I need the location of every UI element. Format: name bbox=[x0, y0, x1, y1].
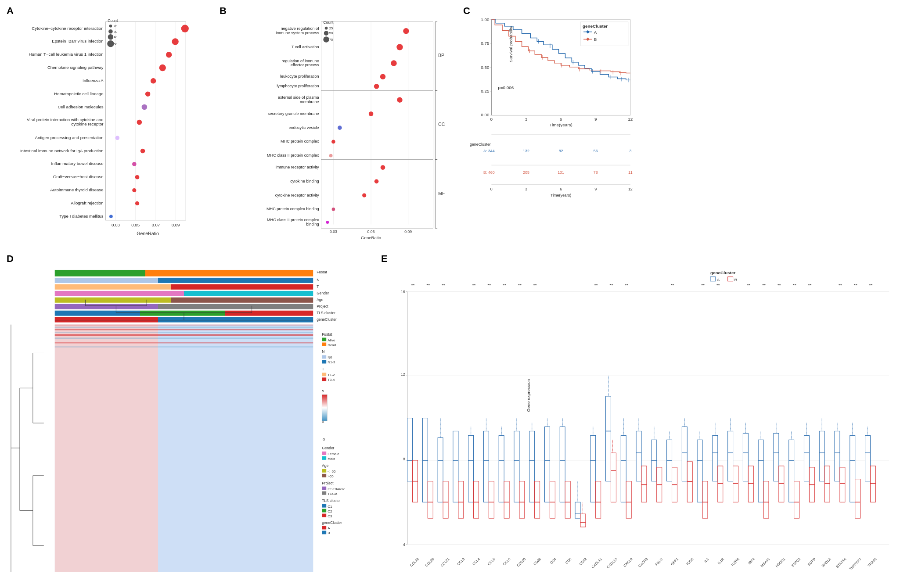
svg-text:Fustat: Fustat bbox=[322, 332, 332, 337]
svg-rect-366 bbox=[590, 435, 596, 502]
svg-rect-250 bbox=[322, 526, 326, 530]
svg-rect-195 bbox=[55, 332, 313, 333]
svg-text:Count: Count bbox=[323, 20, 334, 25]
svg-point-46 bbox=[108, 34, 114, 40]
svg-point-21 bbox=[145, 91, 151, 97]
svg-text:MHC class II protein complex: MHC class II protein complex bbox=[267, 153, 319, 158]
svg-text:6: 6 bbox=[560, 187, 562, 191]
svg-text:MHC protein complex: MHC protein complex bbox=[281, 139, 319, 143]
svg-rect-216 bbox=[322, 360, 326, 363]
svg-rect-390 bbox=[636, 431, 641, 481]
svg-rect-492 bbox=[840, 467, 845, 502]
svg-text:Hematopoietic cell lineage: Hematopoietic cell lineage bbox=[54, 91, 103, 96]
svg-text:**: ** bbox=[594, 283, 598, 287]
svg-text:Male: Male bbox=[328, 457, 335, 461]
svg-text:A: A bbox=[328, 526, 330, 530]
svg-rect-377 bbox=[611, 453, 616, 502]
svg-text:TCGA: TCGA bbox=[328, 492, 338, 496]
svg-text:CD5: CD5 bbox=[565, 557, 572, 565]
svg-text:Alive: Alive bbox=[328, 338, 335, 342]
svg-rect-243 bbox=[322, 504, 326, 508]
svg-rect-238 bbox=[322, 487, 326, 490]
svg-text:C1: C1 bbox=[328, 505, 332, 509]
svg-text:**: ** bbox=[472, 283, 476, 287]
svg-text:geneCluster: geneCluster bbox=[470, 142, 491, 147]
svg-rect-355 bbox=[565, 481, 570, 518]
svg-point-38 bbox=[135, 201, 139, 205]
svg-point-19 bbox=[151, 78, 156, 84]
svg-point-36 bbox=[132, 188, 136, 192]
svg-text:Autoimmune thyroid disease: Autoimmune thyroid disease bbox=[50, 187, 103, 192]
svg-text:Dead: Dead bbox=[328, 343, 336, 347]
svg-point-11 bbox=[181, 25, 189, 32]
svg-text:CCL4: CCL4 bbox=[472, 557, 481, 566]
svg-rect-332 bbox=[519, 481, 525, 518]
svg-rect-362 bbox=[580, 514, 586, 527]
svg-rect-224 bbox=[322, 394, 327, 421]
panel-e-label: E bbox=[381, 253, 388, 265]
svg-text:TRAF6: TRAF6 bbox=[867, 557, 878, 568]
svg-rect-197 bbox=[55, 338, 313, 339]
svg-point-88 bbox=[331, 140, 335, 144]
svg-text:CD4: CD4 bbox=[549, 557, 557, 565]
panel-c: C .ax { font-size: 10px; fill: #333; } .… bbox=[461, 4, 667, 250]
svg-text:endocytic vesicle: endocytic vesicle bbox=[289, 125, 319, 130]
svg-rect-230 bbox=[322, 456, 326, 460]
svg-text:Cell adhesion molecules: Cell adhesion molecules bbox=[58, 104, 103, 109]
svg-text:effector process: effector process bbox=[291, 63, 319, 67]
svg-text:GBF1: GBF1 bbox=[670, 557, 679, 566]
svg-text:9: 9 bbox=[594, 187, 597, 191]
svg-text:CCL5: CCL5 bbox=[487, 557, 496, 566]
svg-point-40 bbox=[109, 215, 113, 218]
svg-point-96 bbox=[362, 193, 366, 197]
svg-rect-240 bbox=[322, 491, 326, 495]
svg-point-44 bbox=[108, 29, 113, 34]
svg-text:IRF4: IRF4 bbox=[747, 557, 756, 565]
svg-text:Human T−cell leukemia virus 1 : Human T−cell leukemia virus 1 infection bbox=[29, 52, 104, 57]
svg-rect-442 bbox=[743, 433, 748, 481]
svg-point-98 bbox=[332, 208, 335, 211]
svg-text:Count: Count bbox=[108, 18, 118, 23]
svg-text:cytokine receptor activity: cytokine receptor activity bbox=[275, 193, 319, 197]
svg-text:secretory granule membrane: secretory granule membrane bbox=[268, 111, 319, 116]
svg-text:<=65: <=65 bbox=[328, 470, 336, 473]
svg-rect-469 bbox=[794, 481, 799, 518]
svg-text:GeneRatio: GeneRatio bbox=[137, 231, 159, 236]
svg-text:Influenza A: Influenza A bbox=[83, 78, 104, 83]
svg-text:A: A bbox=[717, 277, 720, 282]
svg-text:geneCluster: geneCluster bbox=[583, 24, 608, 29]
svg-text:50: 50 bbox=[114, 42, 118, 46]
svg-text:lymphocyte proliferation: lymphocyte proliferation bbox=[277, 84, 319, 88]
svg-text:1.00: 1.00 bbox=[481, 17, 490, 22]
svg-text:**: ** bbox=[808, 283, 811, 287]
svg-text:8: 8 bbox=[403, 457, 405, 461]
svg-text:30: 30 bbox=[114, 30, 118, 34]
svg-point-30 bbox=[140, 149, 145, 154]
svg-text:Female: Female bbox=[328, 452, 339, 456]
svg-rect-191 bbox=[158, 325, 313, 572]
svg-text:0.07: 0.07 bbox=[152, 222, 160, 227]
svg-text:131: 131 bbox=[558, 170, 564, 175]
svg-text:82: 82 bbox=[559, 149, 563, 153]
svg-text:IL2RA: IL2RA bbox=[731, 557, 740, 566]
svg-rect-412 bbox=[682, 427, 687, 481]
svg-rect-181 bbox=[55, 291, 313, 296]
svg-text:12: 12 bbox=[628, 117, 633, 122]
svg-text:**: ** bbox=[503, 283, 506, 287]
svg-text:B: B bbox=[594, 37, 597, 42]
svg-rect-393 bbox=[641, 466, 647, 502]
svg-rect-178 bbox=[55, 270, 313, 276]
svg-text:Project: Project bbox=[322, 481, 334, 485]
svg-rect-235 bbox=[322, 474, 326, 477]
panel-e: E .gene-label { font-size: 8px; fill: #3… bbox=[379, 252, 896, 586]
svg-rect-352 bbox=[560, 427, 565, 502]
svg-rect-435 bbox=[728, 431, 733, 481]
svg-rect-274 bbox=[407, 418, 413, 481]
svg-rect-461 bbox=[779, 466, 784, 502]
svg-text:geneCluster: geneCluster bbox=[710, 270, 735, 275]
svg-text:**: ** bbox=[487, 283, 491, 287]
svg-text:0: 0 bbox=[322, 420, 324, 424]
svg-text:external side of plasma: external side of plasma bbox=[278, 95, 320, 100]
svg-text:56: 56 bbox=[594, 149, 598, 153]
svg-text:N1-3: N1-3 bbox=[328, 360, 335, 364]
